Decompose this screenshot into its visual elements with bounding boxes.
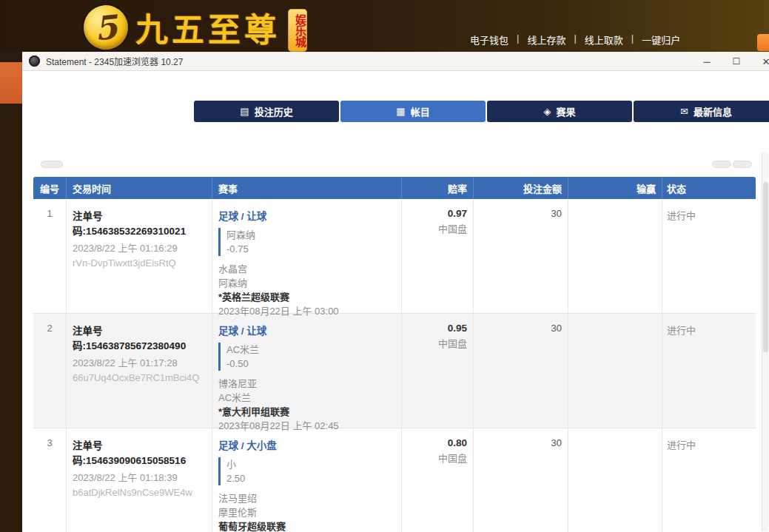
bet-ref: 66u7Uq4OcxBe7RC1mBci4Q xyxy=(73,372,212,383)
minimize-button[interactable]: ─ xyxy=(692,52,722,71)
page-left-strip xyxy=(0,52,22,532)
odds-value: 0.97 xyxy=(402,208,467,219)
tab-label: 投注历史 xyxy=(255,104,293,118)
tab-label: 帐目 xyxy=(411,104,430,118)
pick-team: 阿森纳 xyxy=(226,228,401,242)
link-separator: | xyxy=(631,33,634,47)
row-index: 2 xyxy=(33,314,67,428)
cell-status: 进行中 xyxy=(662,314,756,428)
mail-icon: ✉ xyxy=(680,106,688,117)
cell-win-loss xyxy=(568,314,662,428)
market-link[interactable]: 足球 / 大小盘 xyxy=(218,437,401,452)
tab-statement[interactable]: ▦ 帐目 xyxy=(340,101,486,122)
cell-win-loss xyxy=(568,199,662,313)
link-withdraw[interactable]: 线上取款 xyxy=(585,33,623,47)
col-transaction-time: 交易时间 xyxy=(67,177,212,199)
odds-type: 中国盘 xyxy=(402,221,467,235)
maximize-button[interactable]: ☐ xyxy=(722,52,751,71)
odds-value: 0.80 xyxy=(402,437,467,448)
col-win-loss: 输赢 xyxy=(568,177,662,199)
statement-table: 编号 交易时间 赛事 赔率 投注金额 输赢 状态 1 注单号码:15463853… xyxy=(33,177,756,532)
site-logo-title: 九五至尊 xyxy=(135,4,281,51)
site-logo-badge: 娱乐城 xyxy=(288,9,307,52)
col-status: 状态 xyxy=(662,177,756,199)
left-orange-block xyxy=(0,62,22,104)
tab-bet-history[interactable]: ▤ 投注历史 xyxy=(194,101,339,122)
scrollbar-thumb[interactable] xyxy=(763,182,768,352)
cell-odds: 0.80 中国盘 xyxy=(402,428,474,532)
pick-handicap: -0.50 xyxy=(226,357,401,371)
league-name: 葡萄牙超级联赛 xyxy=(218,519,401,532)
col-bet-amount: 投注金额 xyxy=(474,177,568,199)
collapsed-control-left[interactable] xyxy=(41,161,63,168)
window-title: Statement - 2345加速浏览器 10.27 xyxy=(46,55,183,67)
pager-next-button[interactable] xyxy=(733,161,752,168)
site-banner: 5 九五至尊 娱乐城 电子钱包 | 线上存款 | 线上取款 | 一键归户 xyxy=(0,0,769,52)
link-ewallet[interactable]: 电子钱包 xyxy=(470,33,508,47)
cell-event: 足球 / 让球 AC米兰 -0.50 博洛尼亚 AC米兰 *意大利甲组联赛 20… xyxy=(212,314,402,428)
tab-latest-news[interactable]: ✉ 最新信息 xyxy=(634,101,769,122)
bet-number: 注单号码:154639090615058516 xyxy=(73,437,212,467)
cell-event: 足球 / 大小盘 小 2.50 法马里绍 摩里伦斯 葡萄牙超级联赛 2023年0… xyxy=(212,428,402,532)
logo-coin-icon: 5 xyxy=(81,3,130,52)
away-team: 阿森纳 xyxy=(218,276,401,290)
clipboard-icon: ▤ xyxy=(240,106,249,117)
vertical-scrollbar[interactable] xyxy=(762,152,768,531)
page-content: ▤ 投注历史 ▦ 帐目 ◈ 赛果 ✉ 最新信息 编号 交易时间 赛事 xyxy=(22,71,769,531)
home-team: 水晶宫 xyxy=(218,262,401,276)
col-event: 赛事 xyxy=(212,177,402,199)
table-row: 2 注单号码:154638785672380490 2023/8/22 上午 0… xyxy=(33,314,756,428)
close-button[interactable]: ✕ xyxy=(751,52,769,71)
pick-handicap: 2.50 xyxy=(226,471,401,485)
pick-block: 小 2.50 xyxy=(218,457,401,485)
away-team: 摩里伦斯 xyxy=(218,505,401,519)
bet-time: 2023/8/22 上午 01:18:39 xyxy=(73,470,212,484)
league-name: *英格兰超级联赛 xyxy=(218,290,401,304)
row-index: 3 xyxy=(33,428,67,532)
pick-handicap: -0.75 xyxy=(226,242,401,256)
cell-odds: 0.95 中国盘 xyxy=(402,314,474,428)
table-row: 1 注单号码:154638532269310021 2023/8/22 上午 0… xyxy=(33,199,756,314)
home-team: 博洛尼亚 xyxy=(218,377,401,391)
cell-transaction: 注单号码:154639090615058516 2023/8/22 上午 01:… xyxy=(67,428,212,532)
favicon-icon xyxy=(29,55,40,67)
cell-status: 进行中 xyxy=(662,428,756,532)
site-logo: 5 九五至尊 娱乐城 xyxy=(84,2,307,52)
cell-amount: 30 xyxy=(474,314,568,428)
tab-results[interactable]: ◈ 赛果 xyxy=(487,101,632,122)
home-team: 法马里绍 xyxy=(218,491,401,505)
link-one-key[interactable]: 一键归户 xyxy=(642,33,680,47)
pick-block: 阿森纳 -0.75 xyxy=(218,228,401,256)
table-row: 3 注单号码:154639090615058516 2023/8/22 上午 0… xyxy=(33,428,756,532)
tab-label: 最新信息 xyxy=(694,104,732,118)
cell-amount: 30 xyxy=(474,199,568,313)
bet-number: 注单号码:154638532269310021 xyxy=(73,208,212,238)
nav-tabs: ▤ 投注历史 ▦ 帐目 ◈ 赛果 ✉ 最新信息 xyxy=(194,101,769,122)
floating-widget[interactable] xyxy=(757,34,769,51)
ledger-icon: ▦ xyxy=(396,106,405,117)
bet-time: 2023/8/22 上午 01:16:29 xyxy=(73,240,212,255)
odds-type: 中国盘 xyxy=(402,336,467,350)
results-icon: ◈ xyxy=(543,106,551,117)
league-name: *意大利甲组联赛 xyxy=(218,405,401,419)
link-deposit[interactable]: 线上存款 xyxy=(527,33,565,47)
bet-time: 2023/8/22 上午 01:17:28 xyxy=(73,355,212,369)
browser-window: Statement - 2345加速浏览器 10.27 ─ ☐ ✕ ▤ 投注历史… xyxy=(22,52,769,532)
market-link[interactable]: 足球 / 让球 xyxy=(218,208,401,223)
banner-links: 电子钱包 | 线上存款 | 线上取款 | 一键归户 xyxy=(470,33,680,47)
bet-ref: b6atDjkRelNs9nCse9WE4w xyxy=(73,487,212,498)
bet-number: 注单号码:154638785672380490 xyxy=(73,323,212,352)
link-separator: | xyxy=(517,33,519,47)
cell-transaction: 注单号码:154638532269310021 2023/8/22 上午 01:… xyxy=(67,199,212,313)
cell-transaction: 注单号码:154638785672380490 2023/8/22 上午 01:… xyxy=(67,314,212,428)
row-index: 1 xyxy=(33,199,67,313)
tab-label: 赛果 xyxy=(556,104,575,118)
col-odds: 赔率 xyxy=(402,177,474,199)
pick-block: AC米兰 -0.50 xyxy=(218,343,401,371)
link-separator: | xyxy=(574,33,576,47)
pick-team: AC米兰 xyxy=(226,343,401,357)
pager-prev-button[interactable] xyxy=(712,161,731,168)
market-link[interactable]: 足球 / 让球 xyxy=(218,323,401,337)
cell-event: 足球 / 让球 阿森纳 -0.75 水晶宫 阿森纳 *英格兰超级联赛 2023年… xyxy=(212,199,402,313)
col-index: 编号 xyxy=(33,177,67,199)
